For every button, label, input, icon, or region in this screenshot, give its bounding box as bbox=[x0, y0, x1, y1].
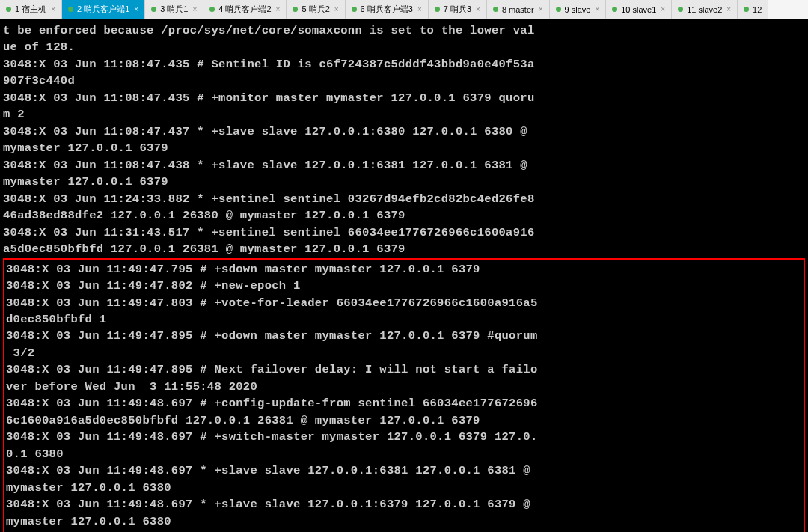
terminal-line: 3048:X 03 Jun 11:24:33.882 * +sentinel s… bbox=[3, 191, 805, 207]
tab-label: 8 master bbox=[502, 5, 534, 14]
terminal-line: 3048:X 03 Jun 11:49:48.697 * +slave slav… bbox=[6, 496, 802, 513]
tab-sentinel-client-2[interactable]: 4 哨兵客户端2× bbox=[203, 0, 287, 19]
close-icon[interactable]: × bbox=[134, 5, 138, 13]
terminal-line: 3048:X 03 Jun 11:49:48.697 * +slave slav… bbox=[6, 462, 802, 479]
terminal-line: mymaster 127.0.0.1 6380 bbox=[6, 513, 802, 530]
terminal-pane[interactable]: t be enforced because /proc/sys/net/core… bbox=[0, 19, 808, 532]
tab-host[interactable]: 1 宿主机× bbox=[0, 0, 62, 19]
tab-label: 2 哨兵客户端1 bbox=[77, 4, 129, 15]
terminal-line: t be enforced because /proc/sys/net/core… bbox=[3, 22, 805, 39]
close-icon[interactable]: × bbox=[334, 5, 339, 13]
status-dot-icon bbox=[493, 7, 498, 12]
terminal-line: mymaster 127.0.0.1 6380 bbox=[6, 480, 802, 496]
terminal-line: 0.1 6380 bbox=[6, 446, 802, 462]
status-dot-icon bbox=[209, 7, 215, 12]
tab-sentinel-client-1[interactable]: 2 哨兵客户端1× bbox=[62, 0, 145, 19]
close-icon[interactable]: × bbox=[192, 5, 197, 13]
status-dot-icon bbox=[744, 7, 749, 12]
tab-sentinel-client-3[interactable]: 6 哨兵客户端3× bbox=[346, 0, 429, 19]
terminal-line: a5d0ec850bfbfd 127.0.0.1 26381 @ mymaste… bbox=[3, 241, 805, 257]
close-icon[interactable]: × bbox=[476, 5, 480, 13]
status-dot-icon bbox=[293, 7, 298, 12]
terminal-line: ver before Wed Jun 3 11:55:48 2020 bbox=[6, 379, 802, 395]
tab-sentinel-1[interactable]: 3 哨兵1× bbox=[145, 0, 203, 19]
terminal-line: d0ec850bfbfd 1 bbox=[6, 311, 802, 328]
tab-label: 6 哨兵客户端3 bbox=[361, 4, 413, 15]
terminal-line: 3048:X 03 Jun 11:49:47.795 # +sdown mast… bbox=[6, 261, 802, 278]
terminal-line: mymaster 127.0.0.1 6379 bbox=[3, 174, 805, 190]
tab-slave2[interactable]: 11 slave2× bbox=[672, 0, 738, 19]
close-icon[interactable]: × bbox=[661, 5, 665, 13]
terminal-line: 46ad38ed88dfe2 127.0.0.1 26380 @ mymaste… bbox=[3, 207, 805, 224]
tab-slave1[interactable]: 10 slave1× bbox=[606, 0, 672, 19]
terminal-line: 3048:X 03 Jun 11:49:47.895 # Next failov… bbox=[6, 361, 802, 378]
tab-master[interactable]: 8 master× bbox=[487, 0, 550, 19]
tab-label: 7 哨兵3 bbox=[444, 4, 471, 15]
status-dot-icon bbox=[678, 7, 683, 12]
terminal-line: mymaster 127.0.0.1 6379 bbox=[3, 140, 805, 156]
close-icon[interactable]: × bbox=[595, 5, 599, 13]
terminal-line: 3048:X 03 Jun 11:08:47.437 * +slave slav… bbox=[3, 123, 805, 140]
terminal-line: 6c1600a916a5d0ec850bfbfd 127.0.0.1 26381… bbox=[6, 412, 802, 429]
status-dot-icon bbox=[556, 7, 561, 12]
terminal-line: 3048:X 03 Jun 11:49:47.803 # +vote-for-l… bbox=[6, 295, 802, 311]
terminal-line: 3048:X 03 Jun 11:49:47.895 # +odown mast… bbox=[6, 328, 802, 344]
terminal-line: 3/2 bbox=[6, 345, 802, 361]
tab-sentinel-3[interactable]: 7 哨兵3× bbox=[429, 0, 487, 19]
tab-label: 3 哨兵1 bbox=[160, 4, 188, 15]
status-dot-icon bbox=[6, 7, 11, 12]
tab-sentinel-2[interactable]: 5 哨兵2× bbox=[287, 0, 345, 19]
close-icon[interactable]: × bbox=[726, 5, 731, 13]
tab-label: 9 slave bbox=[565, 5, 591, 14]
status-dot-icon bbox=[352, 7, 357, 12]
terminal-line: 3048:X 03 Jun 11:31:43.517 * +sentinel s… bbox=[3, 224, 805, 241]
status-dot-icon bbox=[612, 7, 617, 12]
close-icon[interactable]: × bbox=[51, 5, 55, 13]
close-icon[interactable]: × bbox=[276, 5, 281, 13]
status-dot-icon bbox=[435, 7, 440, 12]
status-dot-icon bbox=[151, 7, 156, 12]
terminal-line: 3048:X 03 Jun 11:08:47.435 # Sentinel ID… bbox=[3, 56, 805, 73]
terminal-line: 3048:X 03 Jun 11:49:48.697 # +config-upd… bbox=[6, 395, 802, 412]
terminal-line: 3048:X 03 Jun 11:49:48.697 # +switch-mas… bbox=[6, 429, 802, 445]
terminal-line: 3048:X 03 Jun 11:49:47.802 # +new-epoch … bbox=[6, 278, 802, 294]
terminal-line: 3048:X 03 Jun 11:08:47.438 * +slave slav… bbox=[3, 157, 805, 174]
tab-bar: 1 宿主机× 2 哨兵客户端1× 3 哨兵1× 4 哨兵客户端2× 5 哨兵2×… bbox=[0, 0, 808, 19]
terminal-line: m 2 bbox=[3, 106, 805, 123]
tab-slave[interactable]: 9 slave× bbox=[550, 0, 607, 19]
terminal-line: 907f3c440d bbox=[3, 73, 805, 89]
status-dot-icon bbox=[68, 7, 73, 12]
tab-label: 12 bbox=[753, 5, 762, 14]
highlighted-region: 3048:X 03 Jun 11:49:47.795 # +sdown mast… bbox=[3, 258, 805, 532]
terminal-line: ue of 128. bbox=[3, 39, 805, 55]
tab-label: 10 slave1 bbox=[621, 5, 656, 14]
tab-label: 5 哨兵2 bbox=[302, 4, 329, 15]
tab-label: 4 哨兵客户端2 bbox=[218, 4, 271, 15]
tab-12[interactable]: 12 bbox=[738, 0, 768, 19]
tab-label: 1 宿主机 bbox=[15, 4, 46, 15]
tab-label: 11 slave2 bbox=[687, 5, 722, 14]
close-icon[interactable]: × bbox=[539, 5, 543, 13]
close-icon[interactable]: × bbox=[417, 5, 422, 13]
terminal-line: 3048:X 03 Jun 11:08:47.435 # +monitor ma… bbox=[3, 90, 805, 106]
